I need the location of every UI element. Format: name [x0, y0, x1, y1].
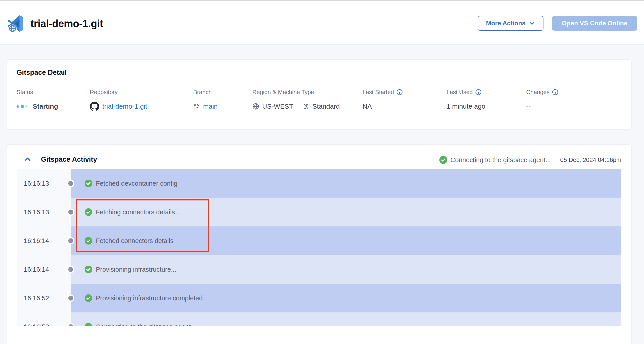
header-actions: More Actions Open VS Code Online [478, 16, 637, 31]
log-message: Fetching connectors details... [96, 208, 180, 216]
log-row: 16:16:14 Provisioning infrastructure... [17, 255, 622, 284]
cpu-icon [302, 103, 309, 110]
detail-card-title: Gitspace Detail [16, 68, 67, 76]
last-used-label-text: Last Used [446, 89, 473, 96]
log-time-cell: 16:16:52 [17, 284, 71, 312]
status-value: Starting [33, 102, 58, 110]
more-actions-label: More Actions [486, 20, 526, 27]
timeline-dot-icon [67, 294, 74, 302]
vscode-online-logo-icon [6, 14, 25, 33]
page-title: trial-demo-1.git [30, 18, 103, 30]
gitspace-detail-card: Gitspace Detail Status Starting Reposito… [7, 59, 632, 130]
collapse-chevron-up-icon[interactable] [24, 156, 32, 164]
changes-label: Changes [526, 89, 558, 96]
field-changes: Changes -- [526, 89, 558, 111]
log-message: Fetched connectors details [96, 237, 174, 244]
activity-status-date: 05 Dec, 2024 04:16pm [560, 156, 622, 164]
more-actions-button[interactable]: More Actions [478, 16, 544, 31]
git-branch-icon [193, 103, 200, 110]
timeline-dot-icon [67, 237, 74, 244]
timeline-dot-icon [67, 180, 74, 187]
log-time-cell: 16:16:14 [17, 226, 71, 255]
log-time-cell: 16:16:14 [17, 255, 71, 284]
last-started-label: Last Started [362, 89, 402, 96]
timeline-dot-icon [67, 266, 74, 273]
success-check-icon [85, 208, 92, 216]
chevron-down-icon [529, 20, 535, 26]
log-time-cell: 16:16:13 [17, 198, 71, 226]
repository-link[interactable]: trial-demo-1.git [102, 102, 147, 110]
log-timestamp: 16:16:13 [24, 208, 49, 216]
success-check-icon [85, 180, 92, 187]
branch-link[interactable]: main [203, 102, 218, 110]
machine-type-value: Standard [312, 102, 340, 110]
log-timestamp: 16:16:14 [24, 266, 49, 273]
field-last-started: Last Started NA [362, 89, 402, 111]
log-message: Fetched devcontainer config [96, 180, 177, 187]
status-label: Status [16, 89, 58, 96]
last-used-label: Last Used [446, 89, 485, 96]
log-time-cell: 16:16:13 [17, 169, 71, 198]
log-timestamp: 16:16:14 [24, 237, 49, 244]
open-vscode-online-label: Open VS Code Online [562, 20, 628, 27]
field-branch: Branch main [193, 89, 218, 111]
success-check-icon [85, 237, 92, 244]
log-timestamp: 16:16:52 [24, 294, 49, 302]
info-icon[interactable] [552, 89, 558, 95]
log-row: 16:16:14 Fetched connectors details [17, 226, 622, 255]
github-icon [90, 102, 99, 111]
page-header: trial-demo-1.git More Actions Open VS Co… [0, 1, 644, 44]
success-check-icon [85, 323, 92, 326]
field-region-machine: Region & Machine Type US-WEST Standard [252, 89, 340, 111]
log-time-cell: 16:16:53 [17, 312, 71, 326]
log-row: 16:16:53 Connecting to the gitspace agen… [17, 312, 622, 326]
log-message-cell: Fetching connectors details... [71, 198, 622, 226]
log-message-cell: Fetched connectors details [71, 226, 622, 255]
info-icon[interactable] [476, 89, 482, 95]
changes-value: -- [526, 102, 558, 111]
success-check-icon [85, 266, 92, 273]
header-left: trial-demo-1.git [6, 12, 103, 35]
log-row: 16:16:13 Fetching connectors details... [17, 198, 622, 226]
timeline-dot-icon [67, 208, 74, 216]
region-machine-label: Region & Machine Type [252, 89, 340, 96]
log-timestamp: 16:16:13 [24, 180, 49, 187]
field-last-used: Last Used 1 minute ago [446, 89, 485, 111]
activity-card-title: Gitspace Activity [41, 156, 97, 164]
last-used-value: 1 minute ago [446, 102, 485, 111]
last-started-label-text: Last Started [362, 89, 394, 96]
log-message: Provisioning infrastructure... [96, 266, 176, 273]
log-row: 16:16:52 Provisioning infrastructure com… [17, 284, 622, 312]
log-message: Connecting to the gitspace agent [96, 323, 191, 326]
log-message-cell: Fetched devcontainer config [71, 169, 622, 198]
last-started-value: NA [362, 102, 402, 111]
log-message-cell: Provisioning infrastructure... [71, 255, 622, 284]
status-loading-dots-icon [16, 105, 27, 108]
branch-value-row: main [193, 102, 218, 111]
info-icon[interactable] [396, 89, 402, 95]
success-check-icon [439, 156, 448, 164]
branch-label: Branch [193, 89, 218, 96]
region-machine-value-row: US-WEST Standard [252, 102, 340, 111]
repository-value-row: trial-demo-1.git [90, 102, 147, 111]
repository-label: Repository [90, 89, 147, 96]
log-message: Provisioning infrastructure completed [96, 294, 203, 302]
globe-icon [252, 103, 259, 110]
open-vscode-online-button[interactable]: Open VS Code Online [552, 16, 637, 31]
success-check-icon [85, 294, 92, 302]
activity-header-left: Gitspace Activity [24, 156, 97, 164]
log-timestamp: 16:16:53 [24, 323, 49, 326]
activity-status-text: Connecting to the gitspace agent... [450, 156, 551, 164]
log-message-cell: Provisioning infrastructure completed [71, 284, 622, 312]
field-status: Status Starting [16, 89, 58, 111]
field-repository: Repository trial-demo-1.git [90, 89, 147, 111]
region-value: US-WEST [262, 102, 293, 110]
machine-pair: Standard [302, 102, 340, 110]
log-row: 16:16:13 Fetched devcontainer config [17, 169, 622, 198]
activity-header-right: Connecting to the gitspace agent... 05 D… [439, 156, 622, 164]
status-value-row: Starting [16, 102, 58, 111]
activity-log[interactable]: 16:16:13 Fetched devcontainer config 16:… [17, 169, 622, 326]
log-message-cell: Connecting to the gitspace agent [71, 312, 622, 326]
changes-label-text: Changes [526, 89, 550, 96]
gitspace-activity-card: Gitspace Activity Connecting to the gits… [7, 144, 632, 344]
